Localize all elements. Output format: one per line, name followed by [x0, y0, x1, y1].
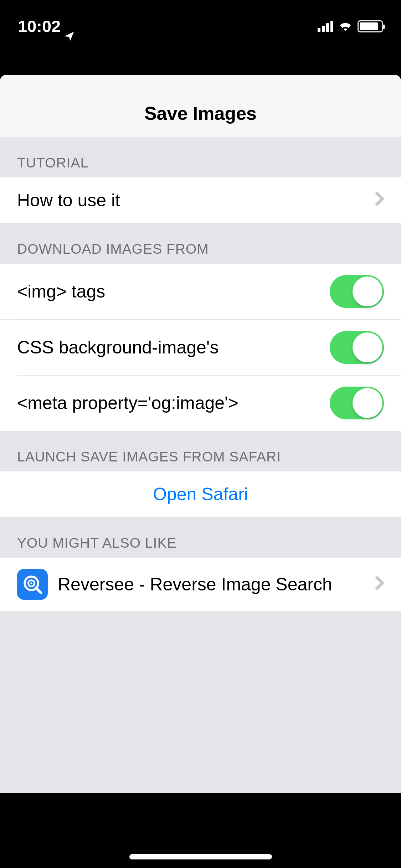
home-indicator[interactable]: [129, 854, 272, 859]
battery-icon: [358, 20, 383, 32]
status-bar: 10:02: [0, 0, 401, 47]
row-label: <meta property='og:image'>: [17, 393, 330, 413]
row-label: How to use it: [17, 190, 375, 211]
status-bar-right: [318, 20, 383, 33]
row-css-background: CSS background-image's: [0, 320, 401, 375]
cellular-signal-icon: [318, 21, 333, 32]
row-label: Reversee - Reverse Image Search: [58, 574, 375, 595]
nav-header: Save Images: [0, 75, 401, 137]
chevron-right-icon: [375, 191, 384, 210]
section-header-launch: LAUNCH SAVE IMAGES FROM SAFARI: [0, 431, 401, 471]
row-label: <img> tags: [17, 281, 330, 302]
status-bar-time: 10:02: [18, 16, 61, 36]
reversee-app-icon: [17, 569, 48, 600]
toggle-css-background[interactable]: [330, 331, 384, 364]
row-label: CSS background-image's: [17, 337, 330, 358]
toggle-meta-og[interactable]: [330, 387, 384, 419]
row-open-safari[interactable]: Open Safari: [0, 471, 401, 517]
section-header-tutorial: TUTORIAL: [0, 137, 401, 177]
page-title: Save Images: [0, 103, 401, 124]
section-header-recommend: YOU MIGHT ALSO LIKE: [0, 517, 401, 557]
row-how-to-use[interactable]: How to use it: [0, 177, 401, 223]
section-header-download: DOWNLOAD IMAGES FROM: [0, 223, 401, 263]
row-meta-og-image: <meta property='og:image'>: [0, 375, 401, 431]
status-bar-left: 10:02: [18, 16, 63, 36]
svg-point-2: [30, 582, 32, 584]
wifi-icon: [338, 20, 353, 33]
chevron-right-icon: [375, 575, 384, 594]
open-safari-button: Open Safari: [17, 484, 384, 505]
row-reversee-app[interactable]: Reversee - Reverse Image Search: [0, 557, 401, 611]
svg-line-3: [36, 588, 41, 593]
toggle-img-tags[interactable]: [330, 275, 384, 308]
screen-content: Save Images TUTORIAL How to use it DOWNL…: [0, 75, 401, 793]
row-img-tags: <img> tags: [0, 263, 401, 320]
